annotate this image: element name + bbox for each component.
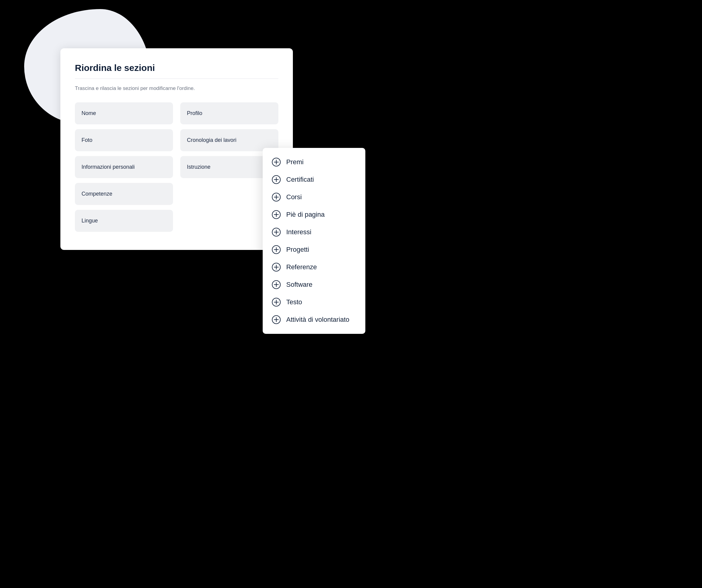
dropdown-label-corsi: Corsi <box>286 193 302 201</box>
section-label-competenze: Competenze <box>82 191 112 197</box>
plus-circle-icon-interessi <box>272 228 281 237</box>
dropdown-item-certificati[interactable]: Certificati <box>263 171 365 188</box>
dropdown-label-testo: Testo <box>286 298 302 306</box>
plus-circle-icon-premi <box>272 157 281 166</box>
section-label-nome: Nome <box>82 110 96 116</box>
dropdown-label-pie-di-pagina: Piè di pagina <box>286 211 325 219</box>
dropdown-label-referenze: Referenze <box>286 263 317 271</box>
page-title: Riordina le sezioni <box>75 63 278 73</box>
section-label-foto: Foto <box>82 137 92 143</box>
plus-circle-icon-attivita-volontariato <box>272 315 281 324</box>
section-item-foto[interactable]: Foto <box>75 129 173 151</box>
dropdown-label-progetti: Progetti <box>286 246 309 254</box>
section-item-cronologia-lavori[interactable]: Cronologia dei lavori <box>180 129 278 151</box>
section-item-competenze[interactable]: Competenze <box>75 183 173 205</box>
section-label-cronologia: Cronologia dei lavori <box>187 137 236 143</box>
title-divider <box>75 79 278 79</box>
dropdown-label-certificati: Certificati <box>286 176 314 184</box>
plus-circle-icon-software <box>272 280 281 289</box>
dropdown-item-software[interactable]: Software <box>263 276 365 293</box>
dropdown-item-testo[interactable]: Testo <box>263 293 365 311</box>
section-label-informazioni: Informazioni personali <box>82 164 135 170</box>
section-item-profilo[interactable]: Profilo <box>180 102 278 124</box>
section-label-istruzione: Istruzione <box>187 164 211 170</box>
dropdown-item-referenze[interactable]: Referenze <box>263 258 365 276</box>
plus-circle-icon-certificati <box>272 175 281 184</box>
dropdown-label-attivita-volontariato: Attività di volontariato <box>286 316 349 324</box>
dropdown-item-premi[interactable]: Premi <box>263 153 365 171</box>
section-label-lingue: Lingue <box>82 218 98 224</box>
section-label-profilo: Profilo <box>187 110 202 116</box>
dropdown-item-interessi[interactable]: Interessi <box>263 223 365 241</box>
plus-circle-icon-progetti <box>272 245 281 254</box>
main-card: Riordina le sezioni Trascina e rilascia … <box>61 48 293 250</box>
dropdown-label-software: Software <box>286 281 313 288</box>
sections-grid: Nome Foto Informazioni personali Compete… <box>75 102 278 232</box>
page-subtitle: Trascina e rilascia le sezioni per modif… <box>75 86 278 92</box>
section-item-nome[interactable]: Nome <box>75 102 173 124</box>
dropdown-label-premi: Premi <box>286 158 304 166</box>
sections-column-left: Nome Foto Informazioni personali Compete… <box>75 102 173 232</box>
plus-circle-icon-pie-di-pagina <box>272 210 281 219</box>
dropdown-item-corsi[interactable]: Corsi <box>263 188 365 206</box>
plus-circle-icon-corsi <box>272 193 281 202</box>
dropdown-label-interessi: Interessi <box>286 228 311 236</box>
dropdown-item-attivita-volontariato[interactable]: Attività di volontariato <box>263 311 365 328</box>
plus-circle-icon-referenze <box>272 263 281 272</box>
add-sections-dropdown: Premi Certificati Corsi <box>263 148 365 334</box>
section-item-lingue[interactable]: Lingue <box>75 210 173 232</box>
dropdown-item-progetti[interactable]: Progetti <box>263 241 365 258</box>
dropdown-item-pie-di-pagina[interactable]: Piè di pagina <box>263 206 365 223</box>
section-item-informazioni-personali[interactable]: Informazioni personali <box>75 156 173 178</box>
plus-circle-icon-testo <box>272 298 281 307</box>
